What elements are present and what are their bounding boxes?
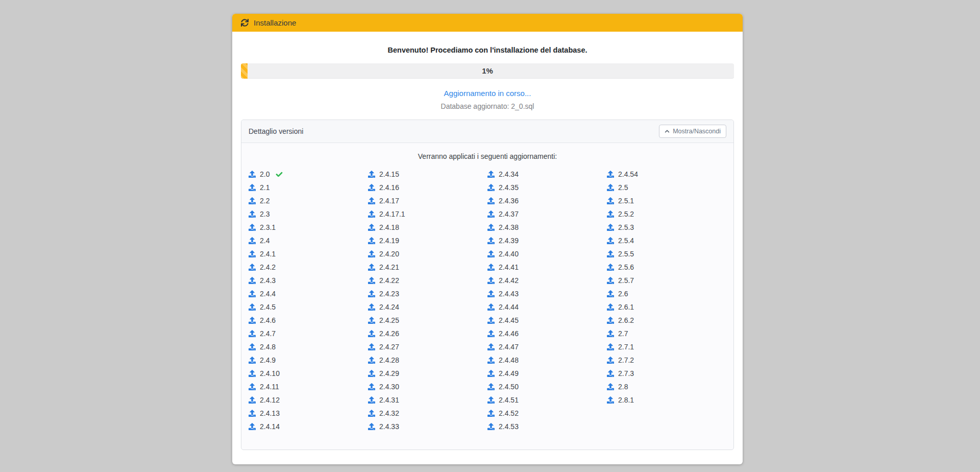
version-item: 2.4.30: [368, 380, 487, 393]
version-item: 2.4.36: [487, 194, 607, 207]
version-label: 2.4.16: [379, 183, 399, 192]
version-label: 2.7.2: [618, 356, 634, 364]
update-status-text: Aggiornamento in corso...: [241, 89, 734, 98]
version-item: 2.4.49: [487, 367, 607, 380]
version-label: 2.4.40: [499, 250, 519, 258]
upload-icon: [487, 343, 495, 350]
version-item: 2.4.9: [249, 353, 368, 367]
upload-icon: [368, 423, 375, 430]
version-item: 2.4.17.1: [368, 207, 487, 221]
version-label: 2.8: [618, 383, 628, 391]
version-item: 2.4.48: [487, 353, 607, 367]
upload-icon: [368, 357, 375, 364]
version-label: 2.4.3: [260, 276, 276, 285]
version-label: 2.5.4: [618, 237, 634, 245]
upload-icon: [487, 410, 495, 417]
version-item: 2.4.39: [487, 234, 607, 247]
refresh-icon: [241, 19, 249, 27]
version-item: 2.4: [249, 234, 368, 247]
upload-icon: [368, 410, 375, 417]
version-label: 2.4.8: [260, 343, 276, 351]
upload-icon: [249, 410, 256, 417]
upload-icon: [607, 396, 614, 404]
version-label: 2.3.1: [260, 223, 276, 231]
version-label: 2.4.33: [379, 422, 399, 431]
version-item: 2.4.19: [368, 234, 487, 247]
upload-icon: [607, 237, 614, 244]
version-label: 2.4.49: [499, 369, 519, 377]
version-column: 2.02.12.22.32.3.12.42.4.12.4.22.4.32.4.4…: [249, 168, 368, 433]
version-label: 2.5.3: [618, 223, 634, 231]
version-item: 2.4.38: [487, 221, 607, 234]
version-label: 2.4.23: [379, 290, 399, 298]
version-label: 2.4.4: [260, 290, 276, 298]
upload-icon: [368, 383, 375, 390]
version-label: 2.4.19: [379, 237, 399, 245]
upload-icon: [368, 184, 375, 191]
upload-icon: [368, 277, 375, 284]
version-item: 2.4.45: [487, 314, 607, 327]
db-updated-text: Database aggiornato: 2_0.sql: [241, 102, 734, 110]
upload-icon: [487, 357, 495, 364]
version-label: 2.4.25: [379, 316, 399, 324]
upload-icon: [249, 383, 256, 390]
upload-icon: [249, 210, 256, 218]
upload-icon: [368, 303, 375, 311]
upload-icon: [249, 317, 256, 324]
version-label: 2.4.29: [379, 369, 399, 377]
upload-icon: [607, 303, 614, 311]
check-icon: [276, 171, 283, 178]
version-item: 2.1: [249, 181, 368, 194]
upload-icon: [487, 396, 495, 404]
version-label: 2.4.41: [499, 263, 519, 271]
version-label: 2.4.37: [499, 210, 519, 218]
upload-icon: [487, 237, 495, 244]
upload-icon: [487, 210, 495, 218]
upload-icon: [607, 330, 614, 337]
version-item: 2.4.17: [368, 194, 487, 207]
version-label: 2.4.47: [499, 343, 519, 351]
version-item: 2.4.5: [249, 300, 368, 314]
version-item: 2.4.47: [487, 340, 607, 353]
version-item: 2.4.29: [368, 367, 487, 380]
upload-icon: [487, 250, 495, 257]
versions-panel-title: Dettaglio versioni: [249, 127, 303, 135]
version-label: 2.4.53: [499, 422, 519, 431]
upload-icon: [249, 264, 256, 271]
version-item: 2.4.12: [249, 393, 368, 407]
version-item: 2.5.1: [607, 194, 726, 207]
version-label: 2.4.46: [499, 329, 519, 338]
upload-icon: [607, 317, 614, 324]
upload-icon: [249, 171, 256, 178]
version-label: 2.5.5: [618, 250, 634, 258]
upload-icon: [487, 277, 495, 284]
upload-icon: [249, 303, 256, 311]
version-label: 2.4.48: [499, 356, 519, 364]
version-label: 2.5.1: [618, 197, 634, 205]
version-label: 2.4.36: [499, 197, 519, 205]
version-item: 2.6.1: [607, 300, 726, 314]
chevron-up-icon: [665, 129, 670, 134]
versions-grid: 2.02.12.22.32.3.12.42.4.12.4.22.4.32.4.4…: [249, 168, 726, 433]
version-item: 2.4.20: [368, 247, 487, 261]
version-item: 2.7.1: [607, 340, 726, 353]
upload-icon: [249, 370, 256, 377]
version-item: 2.4.50: [487, 380, 607, 393]
upload-icon: [368, 290, 375, 297]
upload-icon: [607, 290, 614, 297]
version-item: 2.4.40: [487, 247, 607, 261]
version-label: 2.4.54: [618, 170, 638, 178]
version-item: 2.7: [607, 327, 726, 340]
installer-title: Installazione: [254, 18, 296, 27]
version-item: 2.4.24: [368, 300, 487, 314]
version-label: 2.4.27: [379, 343, 399, 351]
upload-icon: [368, 224, 375, 231]
toggle-versions-button[interactable]: Mostra/Nascondi: [659, 125, 726, 138]
version-item: 2.4.10: [249, 367, 368, 380]
versions-panel-body: Verranno applicati i seguenti aggiorname…: [241, 143, 733, 450]
version-label: 2.4.31: [379, 396, 399, 404]
upload-icon: [249, 277, 256, 284]
version-column: 2.4.342.4.352.4.362.4.372.4.382.4.392.4.…: [487, 168, 607, 433]
version-label: 2.4.22: [379, 276, 399, 285]
version-item: 2.4.27: [368, 340, 487, 353]
